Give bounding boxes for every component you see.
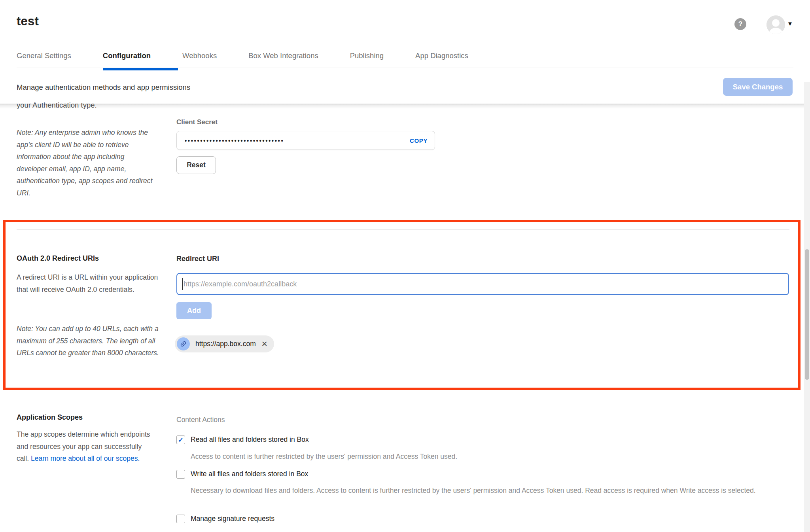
redirect-uri-chip-url: https://app.box.com <box>195 340 256 348</box>
copy-client-secret-link[interactable]: COPY <box>410 137 428 144</box>
client-secret-field[interactable]: •••••••••••••••••••••••••••••••• COPY <box>176 131 435 150</box>
application-scopes-title: Application Scopes <box>17 413 83 422</box>
client-secret-masked-value: •••••••••••••••••••••••••••••••• <box>185 137 410 144</box>
tab-bar-divider <box>17 68 793 68</box>
chevron-down-icon[interactable]: ▼ <box>787 20 793 27</box>
checkbox-read-files[interactable]: ✓ <box>176 435 185 444</box>
learn-more-scopes-link[interactable]: Learn more about all of our scopes. <box>31 454 140 462</box>
oauth-redirect-description: A redirect URI is a URL within your appl… <box>17 271 160 295</box>
application-scopes-description: The app scopes determine which endpoints… <box>17 428 156 465</box>
scrollbar-thumb[interactable] <box>805 249 809 380</box>
clipped-paragraph-text: your Authentication type. <box>17 101 97 110</box>
help-icon[interactable]: ? <box>734 18 746 30</box>
section-divider <box>17 229 789 230</box>
checkbox-write-files-description: Necessary to download files and folders.… <box>191 485 808 496</box>
add-redirect-uri-button[interactable]: Add <box>176 302 212 319</box>
checkbox-manage-signature[interactable] <box>176 515 185 523</box>
redirect-uri-input[interactable] <box>176 273 789 295</box>
checkbox-write-files[interactable] <box>176 470 185 479</box>
text-cursor <box>182 278 183 290</box>
client-secret-note: Note: Any enterprise admin who knows the… <box>17 127 154 199</box>
help-glyph: ? <box>738 20 742 28</box>
redirect-uri-label: Redirect URI <box>176 255 219 263</box>
page-title: test <box>17 14 39 28</box>
annotation-highlight-rectangle <box>3 220 801 390</box>
remove-chip-icon[interactable]: ✕ <box>261 340 268 348</box>
checkbox-manage-signature-description: Interact with Box Sign endpoints. Learn … <box>191 529 396 532</box>
reset-client-secret-button[interactable]: Reset <box>176 156 216 174</box>
oauth-redirect-uris-title: OAuth 2.0 Redirect URIs <box>17 254 99 263</box>
oauth-redirect-note: Note: You can add up to 40 URLs, each wi… <box>17 323 168 359</box>
checkbox-read-files-description: Access to content is further restricted … <box>191 451 457 462</box>
client-secret-label: Client Secret <box>176 118 218 126</box>
checkbox-manage-signature-label[interactable]: Manage signature requests <box>191 515 274 523</box>
checkbox-write-files-label[interactable]: Write all files and folders stored in Bo… <box>191 470 308 478</box>
subheader-description: Manage authentication methods and app pe… <box>17 83 190 92</box>
checkmark-icon: ✓ <box>178 437 184 443</box>
checkbox-read-files-label[interactable]: Read all files and folders stored in Box <box>191 435 309 444</box>
avatar[interactable] <box>766 15 785 34</box>
save-changes-button[interactable]: Save Changes <box>723 78 793 96</box>
link-icon <box>177 337 190 350</box>
redirect-uri-chip: https://app.box.com ✕ <box>175 335 274 352</box>
person-silhouette-icon <box>766 15 785 34</box>
content-actions-label: Content Actions <box>176 416 225 424</box>
sticky-header-shadow <box>0 104 810 109</box>
